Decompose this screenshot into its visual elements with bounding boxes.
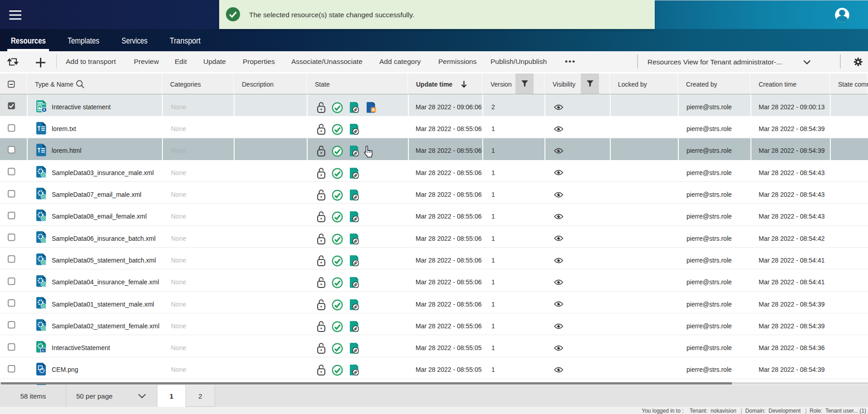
svg-text:.cb: .cb (41, 349, 44, 352)
